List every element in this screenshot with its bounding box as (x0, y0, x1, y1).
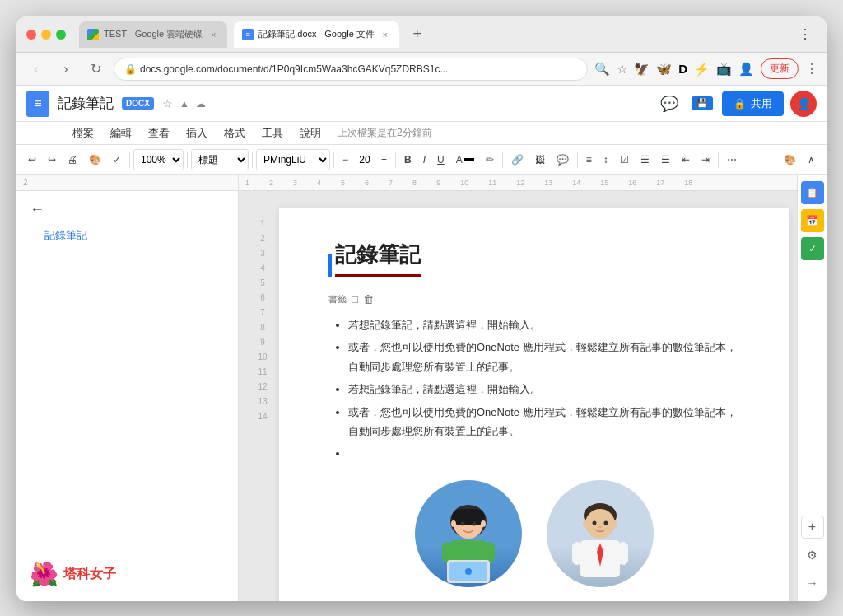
star-icon[interactable]: ☆ (162, 97, 173, 110)
menu-insert[interactable]: 插入 (179, 124, 214, 142)
font-increase-button[interactable]: + (376, 148, 392, 171)
forward-button[interactable]: › (54, 58, 77, 81)
chat-button[interactable]: 💬 (656, 91, 682, 117)
traffic-lights (26, 30, 66, 40)
page-num-5: 5 (260, 275, 265, 290)
underline-button[interactable]: U (432, 148, 449, 171)
user-avatar[interactable]: 👤 (790, 91, 817, 117)
bullet-item-2[interactable]: 或者，您也可以使用免費的OneNote 應用程式，輕鬆建立所有記事的數位筆記本，… (348, 338, 740, 376)
refresh-button[interactable]: ↻ (84, 58, 107, 81)
left-panel: 2 ← — 記錄筆記 🌺 塔科女子 (16, 175, 239, 601)
color-button[interactable]: A (451, 148, 479, 171)
highlight-button[interactable]: ✏ (481, 148, 499, 171)
link-button[interactable]: 🔗 (506, 148, 529, 171)
address-bar[interactable]: 🔒 docs.google.com/document/d/1P0q9Icm5Wa… (114, 58, 588, 81)
line-spacing-button[interactable]: ↕ (598, 148, 613, 171)
collapse-toolbar-button[interactable]: ∧ (803, 148, 820, 171)
bookmark-icon[interactable]: ☆ (617, 62, 627, 77)
save-to-drive-button[interactable]: 💾 (689, 91, 715, 117)
extension-icon-1[interactable]: 🦅 (634, 62, 650, 77)
redo-button[interactable]: ↪ (43, 148, 61, 171)
addressbar: ‹ › ↻ 🔒 docs.google.com/document/d/1P0q9… (16, 53, 827, 86)
bullet-item-1[interactable]: 若想記錄筆記，請點選這裡，開始輸入。 (348, 315, 740, 334)
document-area[interactable]: 1 2 3 4 5 6 7 8 9 10 11 12 13 14 (239, 191, 797, 601)
menu-format[interactable]: 格式 (217, 124, 252, 142)
profile-icon[interactable]: 👤 (738, 62, 754, 77)
copy-heading-icon[interactable]: □ (352, 293, 358, 306)
extension-icon-3[interactable]: D (678, 62, 687, 76)
italic-button[interactable]: I (418, 148, 431, 171)
page-wrapper: 1 2 3 4 5 6 7 8 9 10 11 12 13 14 (239, 191, 797, 601)
separator-1 (129, 152, 130, 168)
extension-icon-4[interactable]: ⚡ (694, 62, 710, 77)
update-button[interactable]: 更新 (761, 58, 799, 79)
extension-icon-2[interactable]: 🦋 (656, 62, 672, 77)
close-window-button[interactable] (26, 30, 36, 40)
minimize-window-button[interactable] (41, 30, 51, 40)
sidebar-calendar-button[interactable]: 📅 (801, 209, 824, 232)
drive-icon (87, 29, 99, 40)
page-num-6: 6 (260, 290, 265, 305)
share-button[interactable]: 🔒 共用 (722, 91, 784, 116)
spell-check-button[interactable]: ✓ (108, 148, 126, 171)
image-button[interactable]: 🖼 (530, 148, 550, 171)
sidebar-add-button[interactable]: + (801, 516, 824, 539)
font-decrease-button[interactable]: − (338, 148, 353, 171)
svg-rect-4 (442, 542, 452, 562)
bullet-list-button[interactable]: ☰ (636, 148, 654, 171)
tab-doc-label: 記錄筆記.docx - Google 文件 (258, 28, 375, 40)
document-heading[interactable]: 記錄筆記 (335, 240, 421, 277)
menu-edit[interactable]: 編輯 (104, 124, 138, 142)
new-tab-button[interactable]: + (406, 23, 429, 46)
tab-drive[interactable]: TEST - Google 雲端硬碟 × (79, 21, 227, 48)
zoom-select[interactable]: 100% (133, 149, 184, 170)
document-page[interactable]: 記錄筆記 書籤 □ 🗑 若想記錄筆記，請點選這裡，開始輸入。 或者，您也可以使用… (279, 208, 789, 601)
back-button[interactable]: ‹ (25, 58, 48, 81)
extension-icon-5[interactable]: 📺 (716, 62, 732, 77)
paint-smart-button[interactable]: 🎨 (779, 148, 801, 171)
sidebar-keep-button[interactable]: 📋 (801, 181, 824, 204)
bullet-item-5[interactable] (348, 444, 740, 463)
browser-menu-button[interactable]: ⋮ (794, 23, 817, 46)
indent-decrease-button[interactable]: ⇤ (677, 148, 695, 171)
illustrations (328, 480, 740, 587)
browser-settings-icon[interactable]: ⋮ (805, 61, 818, 77)
bullet-item-4[interactable]: 或者，您也可以使用免費的OneNote 應用程式，輕鬆建立所有記事的數位筆記本，… (348, 403, 740, 441)
delete-heading-icon[interactable]: 🗑 (363, 293, 374, 306)
page-num-4: 4 (260, 260, 265, 275)
outline-item-1[interactable]: — 記錄筆記 (30, 225, 225, 246)
print-button[interactable]: 🖨 (63, 148, 82, 171)
menu-file[interactable]: 檔案 (66, 124, 100, 142)
comment-button[interactable]: 💬 (552, 148, 574, 171)
bold-button[interactable]: B (399, 148, 417, 171)
sidebar-expand-button[interactable]: → (801, 572, 824, 595)
numbered-list-button[interactable]: ☰ (656, 148, 675, 171)
page-num-1: 1 (260, 216, 265, 231)
bullet-item-3[interactable]: 若想記錄筆記，請點選這裡，開始輸入。 (348, 380, 740, 399)
bookmark-label[interactable]: 書籤 (328, 293, 347, 306)
tab-drive-close[interactable]: × (207, 29, 219, 40)
titlebar: TEST - Google 雲端硬碟 × ≡ 記錄筆記.docx - Googl… (16, 16, 827, 53)
menu-tools[interactable]: 工具 (255, 124, 290, 142)
svg-point-23 (612, 520, 617, 527)
paint-format-button[interactable]: 🎨 (84, 148, 106, 171)
menu-help[interactable]: 說明 (293, 124, 328, 142)
align-button[interactable]: ≡ (581, 148, 597, 171)
outline-back-button[interactable]: ← (30, 201, 225, 218)
drive-icon[interactable]: ▲ (179, 98, 189, 110)
maximize-window-button[interactable] (56, 30, 66, 40)
cloud-icon[interactable]: ☁ (196, 98, 206, 110)
search-icon[interactable]: 🔍 (594, 62, 610, 77)
checklist-button[interactable]: ☑ (615, 148, 634, 171)
tab-doc-close[interactable]: × (380, 29, 391, 40)
sidebar-settings-button[interactable]: ⚙ (801, 544, 824, 567)
style-select[interactable]: 標題 (191, 149, 249, 170)
font-size-display: 20 (355, 154, 375, 166)
font-select[interactable]: PMingLiU (256, 149, 330, 170)
undo-button[interactable]: ↩ (23, 148, 41, 171)
menu-view[interactable]: 查看 (142, 124, 176, 142)
more-options-button[interactable]: ⋯ (722, 148, 742, 171)
indent-increase-button[interactable]: ⇥ (696, 148, 715, 171)
tab-doc[interactable]: ≡ 記錄筆記.docx - Google 文件 × (234, 21, 399, 48)
sidebar-tasks-button[interactable]: ✓ (801, 237, 824, 260)
